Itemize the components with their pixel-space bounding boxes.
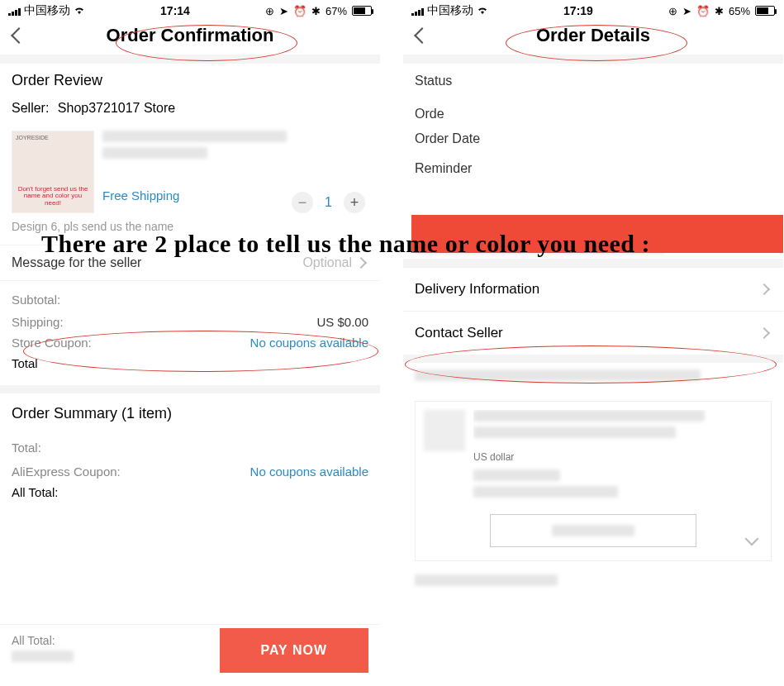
order-date-label: Order Date <box>415 131 497 146</box>
battery-percent: 65% <box>729 5 750 17</box>
status-bar: 中国移动 17:19 ⊕ ➤ ⏰ ✱ 65% <box>403 0 783 20</box>
blurred-line <box>415 574 558 586</box>
seller-name: Shop3721017 Store <box>58 101 175 115</box>
card-action-button[interactable] <box>490 514 696 547</box>
total-label: Total <box>12 356 38 374</box>
totals-block: Subtotal: Shipping:US $0.00 Store Coupon… <box>0 280 380 385</box>
wifi-icon <box>477 4 488 17</box>
subtotal-label: Subtotal: <box>12 293 60 308</box>
order-label: Orde <box>415 107 481 121</box>
ali-coupon-label: AliExpress Coupon: <box>12 464 121 479</box>
location-icon: ➤ <box>682 5 691 17</box>
blurred-line <box>415 369 701 381</box>
delivery-information-label: Delivery Information <box>415 281 539 298</box>
pay-bar: All Total: PAY NOW <box>0 624 380 681</box>
currency-note: US dollar <box>473 451 763 463</box>
blurred-product-title <box>102 131 287 142</box>
order-details-screen: 中国移动 17:19 ⊕ ➤ ⏰ ✱ 65% Order Details Sta… <box>403 0 783 686</box>
location-icon: ➤ <box>279 5 288 17</box>
blurred-line <box>473 410 705 422</box>
thumb-caption: Don't forget send us the name and color … <box>16 186 90 207</box>
bluetooth-icon: ✱ <box>311 5 321 17</box>
contact-seller-row[interactable]: Contact Seller <box>403 311 783 355</box>
blurred-label <box>552 525 635 536</box>
seller-label: Seller: <box>12 101 49 115</box>
blurred-line <box>473 486 618 498</box>
page-title: Order Details <box>430 25 757 46</box>
status-bar: 中国移动 17:14 ⊕ ➤ ⏰ ✱ 67% <box>0 0 380 20</box>
signal-icon <box>411 6 424 16</box>
all-total-label: All Total: <box>12 485 58 503</box>
order-review-title: Order Review <box>12 72 368 89</box>
overlay-instruction-text: There are 2 place to tell us the name or… <box>41 230 767 258</box>
shipping-label: Shipping: <box>12 315 64 329</box>
pay-now-button[interactable]: PAY NOW <box>220 628 369 673</box>
qty-plus-button[interactable]: + <box>344 192 365 213</box>
chevron-right-icon <box>357 257 368 269</box>
target-icon: ⊕ <box>265 5 274 17</box>
order-review-section: Order Review Seller: Shop3721017 Store J… <box>0 64 380 213</box>
delivery-information-row[interactable]: Delivery Information <box>403 267 783 311</box>
battery-percent: 67% <box>325 5 347 17</box>
back-button[interactable] <box>411 26 430 45</box>
chevron-right-icon <box>760 283 772 295</box>
signal-icon <box>8 6 21 16</box>
product-card[interactable]: US dollar <box>415 401 772 561</box>
chevron-right-icon <box>760 327 772 339</box>
alarm-icon: ⏰ <box>696 5 710 17</box>
status-time: 17:14 <box>85 4 265 17</box>
page-title: Order Confirmation <box>26 25 354 46</box>
reminder-label: Reminder <box>415 161 481 176</box>
target-icon: ⊕ <box>668 5 677 17</box>
product-thumbnail <box>424 410 465 451</box>
store-coupon-label: Store Coupon: <box>12 336 92 350</box>
blurred-product-subtitle <box>102 147 207 159</box>
order-confirmation-screen: 中国移动 17:14 ⊕ ➤ ⏰ ✱ 67% Order Confirmatio… <box>0 0 380 686</box>
carrier-name: 中国移动 <box>427 3 473 18</box>
product-row[interactable]: JOYRESIDE Don't forget send us the name … <box>12 131 368 213</box>
carrier-name: 中国移动 <box>24 3 70 18</box>
battery-icon <box>755 6 775 16</box>
summary-total-label: Total: <box>12 441 41 458</box>
free-shipping-label: Free Shipping <box>102 188 179 202</box>
order-summary-title: Order Summary (1 item) <box>0 393 380 429</box>
paybar-all-total-label: All Total: <box>12 634 220 647</box>
contact-seller-label: Contact Seller <box>415 325 503 341</box>
blurred-line <box>473 426 676 438</box>
store-coupon-link[interactable]: No coupons available <box>250 336 368 350</box>
shipping-value: US $0.00 <box>316 315 368 329</box>
chevron-down-icon[interactable] <box>747 534 758 545</box>
status-time: 17:19 <box>488 4 668 17</box>
qty-value: 1 <box>325 195 332 210</box>
wifi-icon <box>74 4 85 17</box>
product-thumbnail[interactable]: JOYRESIDE Don't forget send us the name … <box>12 131 94 213</box>
back-button[interactable] <box>8 26 26 45</box>
quantity-controls: − 1 + <box>292 192 365 213</box>
status-label: Status <box>415 74 481 88</box>
bluetooth-icon: ✱ <box>715 5 724 17</box>
blurred-line <box>473 469 560 481</box>
qty-minus-button[interactable]: − <box>292 192 313 213</box>
battery-icon <box>352 6 372 16</box>
alarm-icon: ⏰ <box>293 5 306 17</box>
ali-coupon-link[interactable]: No coupons available <box>250 464 368 479</box>
blurred-value <box>12 650 74 662</box>
